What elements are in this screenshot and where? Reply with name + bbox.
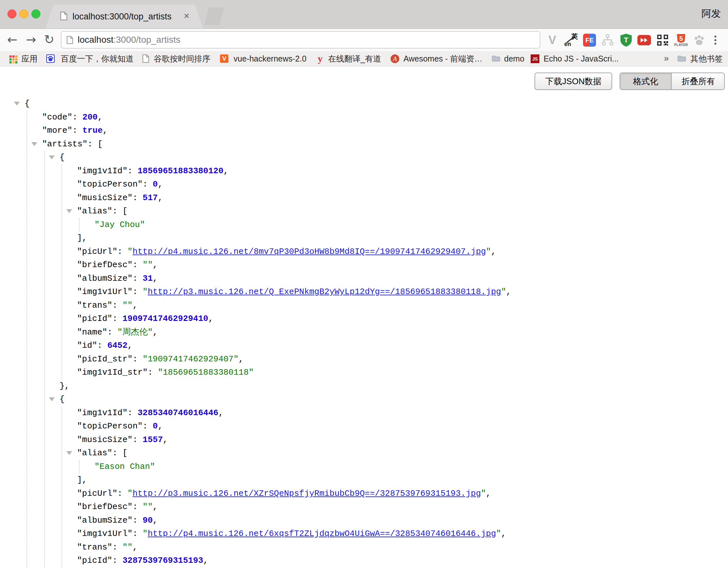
json-token: 1557: [143, 435, 163, 445]
json-token: "more": [42, 126, 72, 135]
tree-guide-line: [44, 151, 45, 568]
json-token: :: [133, 354, 143, 364]
json-line: "alias": [: [0, 447, 511, 460]
json-line: "trans": "",: [0, 541, 511, 554]
bookmark-apps[interactable]: 应用: [21, 51, 38, 66]
bookmark-google-by-time[interactable]: 谷歌按时间排序: [154, 51, 210, 66]
json-token: :: [133, 193, 143, 203]
bookmark-baidu[interactable]: 百度一下，你就知道: [61, 51, 134, 66]
json-line: },: [0, 380, 511, 393]
json-token: :: [143, 421, 153, 431]
reload-button[interactable]: ↻: [42, 29, 56, 51]
json-line: "Jay Chou": [0, 218, 511, 232]
json-token: ,: [486, 489, 491, 498]
tab-close-icon[interactable]: ×: [184, 5, 190, 28]
new-tab-button[interactable]: [204, 8, 224, 25]
back-button[interactable]: ←: [5, 29, 19, 51]
bookmarks-bar: 应用 百度一下，你就知道 谷歌按时间排序 V vue-hackernews-2.…: [0, 51, 728, 66]
json-token: 3285340746016446: [138, 408, 218, 418]
json-token: ,: [98, 112, 103, 122]
collapse-triangle-icon[interactable]: [66, 209, 72, 213]
json-token: "img1v1Id": [77, 408, 127, 418]
bookmark-awesomes[interactable]: Awesomes - 前端资…: [403, 51, 482, 66]
json-link[interactable]: http://p3.music.126.net/XZrSQeNpsfjyRmib…: [133, 489, 481, 498]
qr-code-extension-icon[interactable]: [655, 33, 670, 48]
url-host: localhost: [78, 35, 114, 45]
collapse-triangle-icon[interactable]: [14, 102, 20, 106]
json-token: ": [143, 529, 148, 539]
json-token: :: [143, 179, 153, 189]
json-token: "img1v1Id": [77, 166, 127, 176]
zoom-window-button[interactable]: [31, 9, 40, 18]
json-token: ": [143, 287, 148, 297]
bookmark-other-bookmarks[interactable]: 其他书签: [690, 51, 723, 66]
collapse-triangle-icon[interactable]: [31, 142, 37, 146]
json-token: ,: [127, 341, 133, 351]
fast-forward-extension-icon[interactable]: [637, 33, 652, 48]
url-path: :3000/top_artists: [114, 35, 181, 45]
json-token: "id": [77, 341, 97, 351]
bookmark-youdao-translate[interactable]: 在线翻译_有道: [328, 51, 381, 66]
json-token: true: [83, 126, 103, 135]
forward-button[interactable]: →: [24, 29, 38, 51]
json-token: :: [127, 166, 138, 176]
json-token: "topicPerson": [77, 179, 143, 189]
json-token: :: [112, 542, 122, 552]
page-bookmark-icon: [142, 54, 149, 63]
json-token: ,: [133, 542, 138, 552]
json-link[interactable]: http://p3.music.126.net/Q_ExePNkmgB2yWyL…: [148, 287, 501, 297]
json-token: ": [127, 247, 133, 256]
profile-name[interactable]: 阿发: [701, 0, 721, 28]
tab-title: localhost:3000/top_artists: [72, 5, 171, 28]
bookmark-vue-hackernews[interactable]: vue-hackernews-2.0: [234, 51, 306, 66]
translate-extension-icon[interactable]: 英en: [564, 33, 579, 48]
vue-devtools-extension-icon[interactable]: V: [545, 33, 560, 48]
json-token: 19097417462929410: [122, 314, 208, 324]
tampermonkey-shield-extension-icon[interactable]: T: [619, 33, 634, 48]
json-token: :: [112, 314, 122, 324]
json-token: "artists": [42, 139, 87, 149]
json-token: ,: [158, 179, 163, 189]
json-token: :: [133, 435, 143, 445]
json-token: :: [133, 516, 143, 525]
json-line: "albumSize": 31,: [0, 272, 511, 286]
json-line: "Eason Chan": [0, 460, 511, 474]
browser-menu-button[interactable]: [711, 33, 720, 48]
folder-icon: [492, 54, 500, 63]
bookmark-echo-js[interactable]: Echo JS - JavaScri...: [544, 51, 619, 66]
json-token: "albumSize": [77, 516, 133, 525]
paw-extension-icon[interactable]: [692, 33, 707, 48]
format-button[interactable]: 格式化: [620, 73, 672, 89]
echo-js-icon: JS: [531, 54, 539, 63]
bookmarks-overflow-chevron[interactable]: »: [664, 51, 669, 66]
collapse-triangle-icon[interactable]: [66, 451, 72, 455]
json-link[interactable]: http://p4.music.126.net/6xqsfT2ZLjdqzbwO…: [148, 529, 496, 539]
collapse-triangle-icon[interactable]: [49, 155, 55, 159]
fe-extension-icon[interactable]: FE: [582, 33, 597, 48]
json-token: 18569651883380120: [138, 166, 223, 176]
sitemap-extension-icon[interactable]: [600, 33, 615, 48]
collapse-all-button[interactable]: 折叠所有: [672, 73, 725, 89]
address-bar[interactable]: localhost:3000/top_artists: [61, 31, 540, 49]
json-line: "picUrl": "http://p3.music.126.net/XZrSQ…: [0, 487, 511, 501]
json-token: :: [112, 301, 122, 310]
json-token: 90: [143, 516, 153, 525]
json-token: :: [133, 260, 143, 270]
json-line: "img1v1Id": 18569651883380120,: [0, 164, 511, 178]
json-token: ,: [218, 408, 224, 418]
collapse-triangle-icon[interactable]: [49, 397, 55, 401]
tree-guide-line: [79, 460, 80, 474]
json-token: "18569651883380118": [158, 368, 254, 377]
json-token: "trans": [77, 542, 112, 552]
browser-tab[interactable]: localhost:3000/top_artists ×: [45, 5, 203, 28]
json-link[interactable]: http://p4.music.126.net/8mv7qP30Pd3oHW8b…: [133, 247, 486, 256]
close-window-button[interactable]: [7, 9, 17, 18]
page-icon: [67, 36, 73, 44]
json-token: ,: [238, 354, 244, 364]
bookmark-folder-demo[interactable]: demo: [504, 51, 524, 66]
json-line: "more": true,: [0, 124, 511, 138]
download-json-button[interactable]: 下载JSON数据: [535, 72, 612, 90]
html5-player-extension-icon[interactable]: 5PLAYER: [674, 33, 689, 48]
json-token: ,: [501, 529, 506, 539]
minimize-window-button[interactable]: [19, 9, 28, 18]
